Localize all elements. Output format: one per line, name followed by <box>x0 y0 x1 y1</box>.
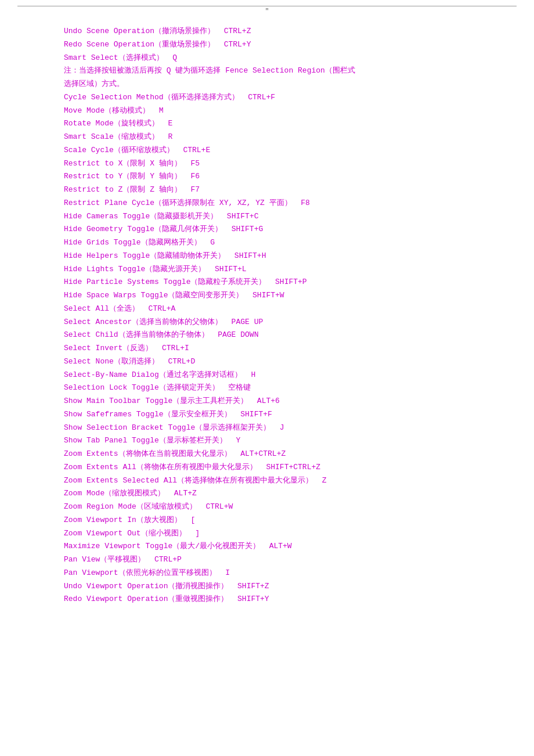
content-line: Cycle Selection Method（循环选择选择方式） CTRL+F <box>64 91 470 105</box>
content-line: Restrict to Z（限制 Z 轴向） F7 <box>64 183 470 197</box>
content-line: Zoom Viewport Out（缩小视图） ] <box>64 527 470 541</box>
content-line: Smart Select（选择模式） Q <box>64 52 470 65</box>
content-line: Select Child（选择当前物体的子物体） PAGE DOWN <box>64 329 470 342</box>
content-line: Zoom Mode（缩放视图模式） ALT+Z <box>64 487 470 501</box>
content-line: Hide Lights Toggle（隐藏光源开关） SHIFT+L <box>64 263 470 276</box>
content-line: Zoom Region Mode（区域缩放模式） CTRL+W <box>64 501 470 514</box>
content-line: Maximize Viewport Toggle（最大/最小化视图开关） ALT… <box>64 540 470 553</box>
content-line: Show Tab Panel Toggle（显示标签栏开关） Y <box>64 434 470 448</box>
content-line: Hide Grids Toggle（隐藏网格开关） G <box>64 236 470 250</box>
content-line: Select None（取消选择） CTRL+D <box>64 355 470 369</box>
content-line: 选择区域）方式。 <box>64 78 470 91</box>
top-marker: " <box>265 8 269 15</box>
content-line: Smart Scale（缩放模式） R <box>64 131 470 144</box>
content-line: Pan View（平移视图） CTRL+P <box>64 553 470 567</box>
content-line: Hide Geometry Toggle（隐藏几何体开关） SHIFT+G <box>64 223 470 236</box>
content-line: Zoom Viewport In（放大视图） [ <box>64 514 470 527</box>
content-line: Show Selection Bracket Toggle（显示选择框架开关） … <box>64 422 470 435</box>
content-line: Pan Viewport（依照光标的位置平移视图） I <box>64 567 470 580</box>
top-bar: " <box>17 6 517 15</box>
content-line: Zoom Extents（将物体在当前视图最大化显示） ALT+CTRL+Z <box>64 448 470 461</box>
content-line: Hide Cameras Toggle（隐藏摄影机开关） SHIFT+C <box>64 210 470 224</box>
content-line: Undo Scene Operation（撤消场景操作） CTRL+Z <box>64 25 470 38</box>
content-line: Redo Scene Operation（重做场景操作） CTRL+Y <box>64 38 470 52</box>
content-line: Hide Space Warps Toggle（隐藏空间变形开关） SHIFT+… <box>64 289 470 303</box>
content-line: Redo Viewport Operation（重做视图操作） SHIFT+Y <box>64 593 470 606</box>
content-line: Show Main Toolbar Toggle（显示主工具栏开关） ALT+6 <box>64 395 470 408</box>
content-line: Zoom Extents Selected All（将选择物体在所有视图中最大化… <box>64 474 470 488</box>
content-line: Select-By-Name Dialog（通过名字选择对话框） H <box>64 369 470 382</box>
content-line: Scale Cycle（循环缩放模式） CTRL+E <box>64 144 470 157</box>
content-area: Undo Scene Operation（撤消场景操作） CTRL+ZRedo … <box>0 15 534 618</box>
content-line: Restrict to Y（限制 Y 轴向） F6 <box>64 170 470 183</box>
content-line: Restrict to X（限制 X 轴向） F5 <box>64 157 470 171</box>
content-line: Zoom Extents All（将物体在所有视图中最大化显示） SHIFT+C… <box>64 461 470 474</box>
content-line: Select Invert（反选） CTRL+I <box>64 342 470 355</box>
content-line: Undo Viewport Operation（撤消视图操作） SHIFT+Z <box>64 580 470 593</box>
content-line: Rotate Mode（旋转模式） E <box>64 117 470 131</box>
content-line: Hide Helpers Toggle（隐藏辅助物体开关） SHIFT+H <box>64 250 470 263</box>
content-line: 注：当选择按钮被激活后再按 Q 键为循环选择 Fence Selection R… <box>64 64 470 78</box>
content-line: Restrict Plane Cycle（循环选择限制在 XY, XZ, YZ … <box>64 197 470 210</box>
content-line: Show Safeframes Toggle（显示安全框开关） SHIFT+F <box>64 408 470 422</box>
content-line: Select All（全选） CTRL+A <box>64 303 470 316</box>
content-line: Select Ancestor（选择当前物体的父物体） PAGE UP <box>64 316 470 329</box>
content-line: Move Mode（移动模式） M <box>64 105 470 118</box>
content-line: Hide Particle Systems Toggle（隐藏粒子系统开关） S… <box>64 276 470 289</box>
content-line: Selection Lock Toggle（选择锁定开关） 空格键 <box>64 381 470 395</box>
